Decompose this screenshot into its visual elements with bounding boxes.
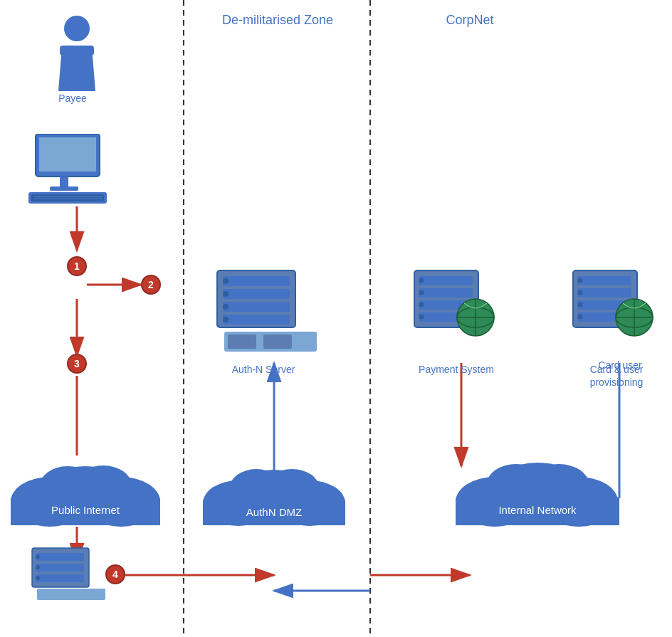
svg-point-62	[578, 302, 583, 307]
internal-network-cloud: Internal Network	[452, 456, 623, 527]
svg-rect-32	[223, 289, 290, 299]
svg-point-47	[419, 278, 424, 283]
svg-rect-19	[60, 46, 94, 56]
svg-rect-91	[36, 564, 84, 572]
svg-point-94	[36, 565, 40, 569]
svg-point-93	[36, 554, 40, 559]
svg-rect-41	[263, 335, 292, 349]
svg-rect-90	[36, 553, 84, 561]
payee-label: Payee	[44, 93, 101, 104]
svg-rect-33	[223, 302, 290, 312]
payee-person-icon	[51, 13, 103, 91]
svg-point-35	[223, 278, 229, 284]
step-3-circle: 3	[67, 354, 87, 374]
svg-rect-34	[223, 315, 290, 325]
svg-text:Internal Network: Internal Network	[498, 504, 577, 516]
svg-marker-20	[58, 56, 95, 91]
svg-text:AuthN DMZ: AuthN DMZ	[246, 506, 302, 518]
svg-rect-24	[60, 177, 68, 187]
svg-point-18	[64, 16, 90, 41]
authn-server-icon	[210, 263, 324, 356]
svg-point-38	[223, 317, 229, 322]
svg-rect-25	[50, 186, 78, 191]
svg-rect-57	[577, 288, 631, 298]
svg-text:Public Internet: Public Internet	[51, 504, 120, 516]
svg-rect-31	[223, 276, 290, 286]
svg-rect-44	[419, 288, 473, 298]
svg-point-95	[36, 576, 40, 580]
svg-point-86	[529, 464, 589, 504]
svg-point-48	[419, 290, 424, 295]
bottom-server-icon	[28, 544, 114, 601]
corpnet-zone-label: CorpNet	[399, 13, 541, 28]
step-2-circle: 2	[141, 275, 161, 295]
payment-system-icon	[407, 263, 507, 356]
svg-rect-92	[36, 574, 84, 582]
svg-point-50	[419, 315, 424, 320]
svg-rect-23	[39, 137, 96, 172]
payment-system-label: Payment System	[410, 363, 503, 376]
authn-server-label: Auth-N Server	[214, 363, 313, 376]
svg-point-60	[578, 278, 583, 283]
svg-point-61	[578, 290, 583, 295]
svg-rect-43	[419, 276, 473, 285]
svg-rect-40	[228, 335, 256, 349]
authn-dmz-cloud: AuthN DMZ	[199, 459, 349, 527]
svg-point-49	[419, 302, 424, 307]
workstation-icon	[28, 134, 128, 205]
svg-point-37	[223, 304, 229, 310]
card-user-label: Card user	[577, 359, 663, 371]
svg-rect-56	[577, 276, 631, 285]
card-provisioning-icon	[566, 263, 666, 356]
svg-point-36	[223, 291, 229, 297]
svg-point-63	[578, 315, 583, 320]
svg-rect-96	[37, 589, 105, 600]
dmz-zone-label: De-militarised Zone	[199, 13, 356, 28]
step-1-circle: 1	[67, 256, 87, 276]
public-internet-cloud: Public Internet	[7, 456, 164, 527]
svg-rect-27	[31, 194, 104, 201]
